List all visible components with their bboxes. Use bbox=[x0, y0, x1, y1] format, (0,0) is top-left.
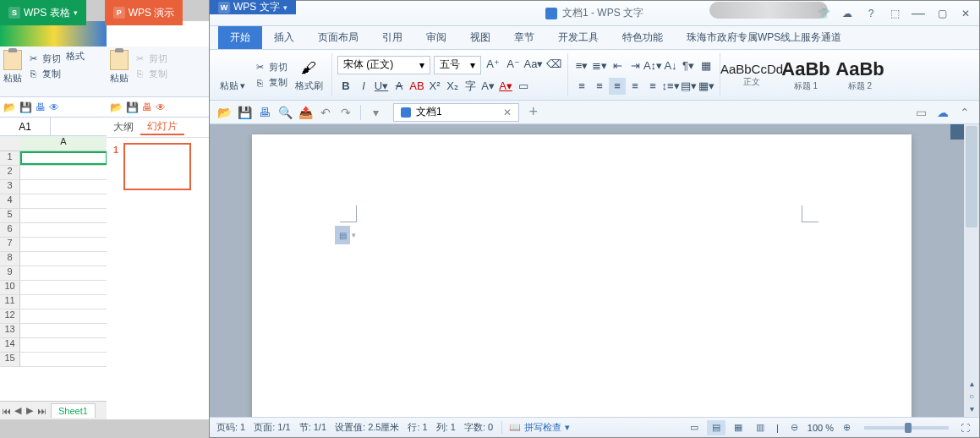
menu-view[interactable]: 视图 bbox=[458, 26, 502, 49]
bold-button[interactable]: B bbox=[337, 78, 354, 95]
sheet-nav-next[interactable]: ▶ bbox=[24, 405, 36, 416]
print-layout-button[interactable]: ▤ bbox=[707, 420, 725, 435]
spell-check-button[interactable]: 📖拼写检查 ▾ bbox=[501, 421, 570, 434]
paste-button[interactable]: 粘贴 bbox=[3, 50, 22, 85]
style-normal[interactable]: AaBbCcDd 正文 bbox=[725, 53, 778, 97]
add-tab-button[interactable]: + bbox=[524, 103, 543, 122]
show-marks-button[interactable]: ¶▾ bbox=[680, 57, 697, 74]
change-case-button[interactable]: Aa▾ bbox=[525, 56, 542, 73]
print-button[interactable]: 🖶 bbox=[255, 103, 274, 122]
menu-chapter[interactable]: 章节 bbox=[502, 26, 546, 49]
status-pages[interactable]: 页面: 1/1 bbox=[254, 421, 290, 434]
copy-button[interactable]: ⎘复制 bbox=[252, 76, 289, 90]
underline-button[interactable]: U▾ bbox=[373, 78, 390, 95]
menu-insert[interactable]: 插入 bbox=[262, 26, 306, 49]
status-section[interactable]: 节: 1/1 bbox=[299, 421, 326, 434]
style-heading-1[interactable]: AaBb 标题 1 bbox=[780, 53, 832, 97]
align-center-button[interactable]: ≡ bbox=[591, 78, 608, 95]
font-size-select[interactable]: 五号▾ bbox=[434, 56, 481, 74]
preview-icon[interactable]: 👁 bbox=[156, 101, 166, 113]
paste-button[interactable]: 粘贴 bbox=[110, 50, 129, 85]
zoom-slider-handle[interactable] bbox=[905, 423, 912, 433]
slide-tab[interactable]: 幻灯片 bbox=[140, 119, 184, 135]
save-button[interactable]: 💾 bbox=[235, 103, 254, 122]
zoom-out-button[interactable]: ⊖ bbox=[786, 420, 804, 435]
status-position[interactable]: 设置值: 2.5厘米 bbox=[335, 421, 399, 434]
print-preview-button[interactable]: 🔍 bbox=[276, 103, 294, 122]
menu-features[interactable]: 特色功能 bbox=[610, 26, 675, 49]
save-icon[interactable]: 💾 bbox=[126, 101, 139, 113]
outline-tab[interactable]: 大纲 bbox=[107, 120, 140, 134]
document-area[interactable]: ▤ ▾ ▴ ○ ▾ bbox=[210, 124, 979, 417]
line-spacing-button[interactable]: ↕≡▾ bbox=[662, 78, 679, 95]
print-icon[interactable]: 🖶 bbox=[142, 101, 152, 113]
zoom-in-button[interactable]: ⊕ bbox=[837, 420, 856, 435]
subscript-button[interactable]: X₂ bbox=[444, 78, 461, 95]
border-button[interactable]: ▦ bbox=[698, 57, 714, 74]
redo-button[interactable]: ↷ bbox=[337, 103, 355, 122]
column-header-a[interactable]: A bbox=[20, 136, 107, 151]
clear-format-button[interactable]: ⌫ bbox=[545, 56, 562, 73]
decrease-indent-button[interactable]: ⇤ bbox=[609, 57, 626, 74]
browse-object-icon[interactable]: ○ bbox=[969, 391, 974, 401]
navigation-pane-icon[interactable]: ▤ bbox=[335, 226, 350, 244]
shrink-font-button[interactable]: A⁻ bbox=[505, 56, 522, 73]
sheet-nav-last[interactable]: ⏭ bbox=[36, 406, 47, 416]
open-icon[interactable]: 📂 bbox=[3, 101, 16, 113]
save-icon[interactable]: 💾 bbox=[19, 101, 32, 113]
sort-button[interactable]: A↓ bbox=[662, 57, 679, 74]
prev-page-icon[interactable]: ▴ bbox=[970, 379, 974, 388]
app-tab-writer[interactable]: W WPS 文字 ▾ bbox=[210, 0, 296, 14]
menu-gov-service[interactable]: 珠海市政府专属WPS线上服务通道 bbox=[675, 26, 853, 49]
highlight-button[interactable]: A▾ bbox=[479, 78, 496, 95]
collapse-icon[interactable]: ⌃ bbox=[955, 103, 974, 122]
align-right-button[interactable]: ≡ bbox=[627, 78, 643, 95]
grow-font-button[interactable]: A⁺ bbox=[485, 56, 501, 73]
read-view-button[interactable]: ▭ bbox=[685, 420, 704, 435]
next-page-icon[interactable]: ▾ bbox=[970, 404, 974, 413]
sheet-tab[interactable]: Sheet1 bbox=[51, 403, 96, 418]
format-button[interactable]: 格式 bbox=[66, 50, 85, 63]
cell-reference[interactable]: A1 bbox=[0, 118, 51, 135]
copy-button[interactable]: ⎘复制 bbox=[132, 67, 169, 80]
align-distribute-button[interactable]: ≡ bbox=[644, 78, 661, 95]
cloud-icon[interactable]: ☁ bbox=[933, 103, 952, 122]
char-border-button[interactable]: ▭ bbox=[515, 78, 532, 95]
cut-button[interactable]: ✂剪切 bbox=[252, 61, 289, 74]
customize-qat-button[interactable]: ▾ bbox=[366, 103, 385, 122]
font-color-button[interactable]: A▾ bbox=[497, 78, 514, 95]
sheet-nav-first[interactable]: ⏮ bbox=[0, 406, 12, 416]
slide-thumbnail-1[interactable]: 1 bbox=[123, 143, 191, 190]
status-page[interactable]: 页码: 1 bbox=[216, 421, 245, 434]
export-button[interactable]: 📤 bbox=[296, 103, 315, 122]
italic-button[interactable]: I bbox=[355, 78, 372, 95]
status-column[interactable]: 列: 1 bbox=[436, 421, 456, 434]
document-tab[interactable]: 文档1 ✕ bbox=[393, 103, 519, 122]
menu-review[interactable]: 审阅 bbox=[414, 26, 458, 49]
preview-icon[interactable]: 👁 bbox=[49, 101, 59, 113]
sheet-grid[interactable]: 1 2 3 4 5 6 7 8 9 10 11 12 13 14 15 bbox=[0, 151, 107, 367]
menu-start[interactable]: 开始 bbox=[218, 26, 262, 49]
status-chars[interactable]: 字数: 0 bbox=[464, 421, 493, 434]
zoom-level[interactable]: 100 % bbox=[808, 423, 834, 433]
shading-button[interactable]: ▤▾ bbox=[680, 78, 697, 95]
align-justify-button[interactable]: ≡ bbox=[609, 78, 626, 95]
align-left-button[interactable]: ≡ bbox=[573, 78, 590, 95]
print-icon[interactable]: 🖶 bbox=[36, 101, 46, 113]
emphasis-button[interactable]: AB bbox=[408, 78, 425, 95]
web-layout-button[interactable]: ▦ bbox=[729, 420, 747, 435]
side-pane-tab[interactable] bbox=[950, 124, 964, 140]
zoom-slider[interactable] bbox=[864, 426, 949, 430]
page-canvas[interactable]: ▤ ▾ bbox=[252, 134, 912, 417]
menu-references[interactable]: 引用 bbox=[370, 26, 414, 49]
vertical-scrollbar[interactable]: ▴ ○ ▾ bbox=[964, 124, 979, 417]
chevron-down-icon[interactable]: ▾ bbox=[352, 231, 356, 239]
sheet-nav-prev[interactable]: ◀ bbox=[12, 405, 24, 416]
open-icon[interactable]: 📂 bbox=[110, 101, 123, 113]
cut-button[interactable]: ✂剪切 bbox=[132, 52, 169, 65]
superscript-button[interactable]: X² bbox=[426, 78, 443, 95]
style-heading-2[interactable]: AaBb 标题 2 bbox=[834, 53, 886, 97]
borders-button[interactable]: ▦▾ bbox=[698, 78, 714, 95]
open-button[interactable]: 📂 bbox=[215, 103, 233, 122]
app-tab-presentation[interactable]: P WPS 演示 bbox=[105, 0, 183, 25]
